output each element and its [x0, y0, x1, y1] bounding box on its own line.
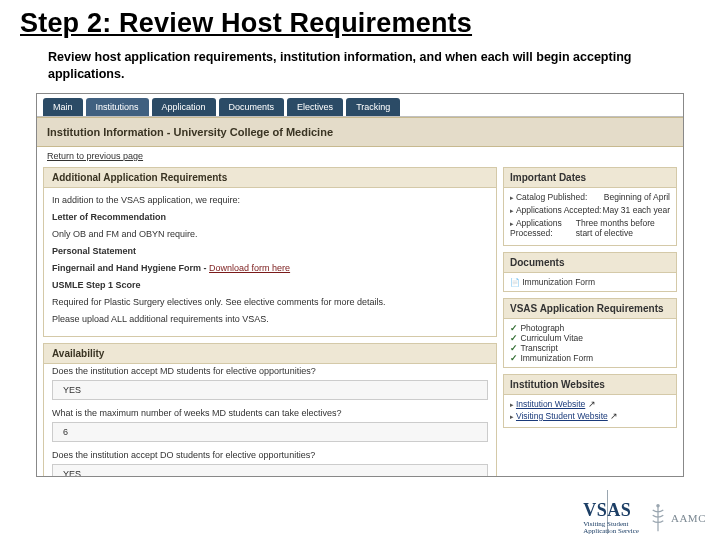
tab-main[interactable]: Main [43, 98, 83, 116]
panel-head-websites: Institution Websites [504, 375, 676, 395]
req-lor-head: Letter of Recommendation [52, 211, 488, 224]
tab-row: Main Institutions Application Documents … [37, 94, 683, 117]
page-banner: Institution Information - University Col… [37, 117, 683, 147]
vsas-logo-sub2: Application Service [583, 528, 639, 536]
tab-electives[interactable]: Electives [287, 98, 343, 116]
avail-a1: YES [52, 380, 488, 400]
vsas-item-cv: Curriculum Vitae [510, 333, 670, 343]
req-lor-body: Only OB and FM and OBYN require. [52, 228, 488, 241]
panel-head-availability: Availability [44, 344, 496, 364]
panel-availability: Availability Does the institution accept… [43, 343, 497, 476]
panel-head-docs: Documents [504, 253, 676, 273]
panel-institution-websites: Institution Websites Institution Website… [503, 374, 677, 428]
screenshot-panel: Main Institutions Application Documents … [36, 93, 684, 477]
tab-institutions[interactable]: Institutions [86, 98, 149, 116]
req-intro: In addition to the VSAS application, we … [52, 194, 488, 207]
vsas-item-immunization: Immunization Form [510, 353, 670, 363]
date-v2: Three months before start of elective [576, 218, 670, 238]
date-k0: Catalog Published: [510, 192, 587, 202]
avail-q1: Does the institution accept MD students … [44, 364, 496, 378]
tab-documents[interactable]: Documents [219, 98, 285, 116]
panel-documents: Documents Immunization Form [503, 252, 677, 292]
date-v0: Beginning of April [604, 192, 670, 202]
req-usmle-head: USMLE Step 1 Score [52, 279, 488, 292]
download-form-link[interactable]: Download form here [209, 263, 290, 273]
doc-immunization[interactable]: Immunization Form [510, 277, 670, 287]
panel-head-vsas: VSAS Application Requirements [504, 299, 676, 319]
avail-q3: Does the institution accept DO students … [44, 448, 496, 462]
panel-additional-requirements: Additional Application Requirements In a… [43, 167, 497, 337]
logo-block: VSAS Visiting Student Application Servic… [583, 500, 706, 536]
avail-q2: What is the maximum number of weeks MD s… [44, 406, 496, 420]
panel-head-dates: Important Dates [504, 168, 676, 188]
panel-head-requirements: Additional Application Requirements [44, 168, 496, 188]
aamc-text: AAMC [671, 512, 706, 524]
slide-subtitle: Review host application requirements, in… [0, 43, 720, 93]
req-form-head: Fingernail and Hand Hygiene Form - [52, 263, 207, 273]
link-visiting-student-site[interactable]: Visiting Student Website [516, 411, 608, 421]
slide-title: Step 2: Review Host Requirements [0, 0, 720, 43]
vsas-item-transcript: Transcript [510, 343, 670, 353]
tab-tracking[interactable]: Tracking [346, 98, 400, 116]
date-k1: Applications Accepted: [510, 205, 601, 215]
aamc-logo: AAMC [649, 503, 706, 533]
caduceus-icon [649, 503, 667, 533]
return-link[interactable]: Return to previous page [37, 147, 683, 167]
vsas-item-photograph: Photograph [510, 323, 670, 333]
link-institution-site[interactable]: Institution Website [516, 399, 585, 409]
panel-vsas-requirements: VSAS Application Requirements Photograph… [503, 298, 677, 368]
req-usmle-body: Required for Plastic Surgery electives o… [52, 296, 488, 309]
date-v1: May 31 each year [602, 205, 670, 215]
vsas-logo-text: VSAS [583, 500, 639, 521]
req-upload-note: Please upload ALL additional requirement… [52, 313, 488, 326]
avail-a3: YES [52, 464, 488, 476]
req-ps-head: Personal Statement [52, 245, 488, 258]
panel-important-dates: Important Dates Catalog Published:Beginn… [503, 167, 677, 246]
tab-application[interactable]: Application [152, 98, 216, 116]
svg-point-0 [656, 504, 660, 508]
date-k2: Applications Processed: [510, 218, 576, 238]
avail-a2: 6 [52, 422, 488, 442]
